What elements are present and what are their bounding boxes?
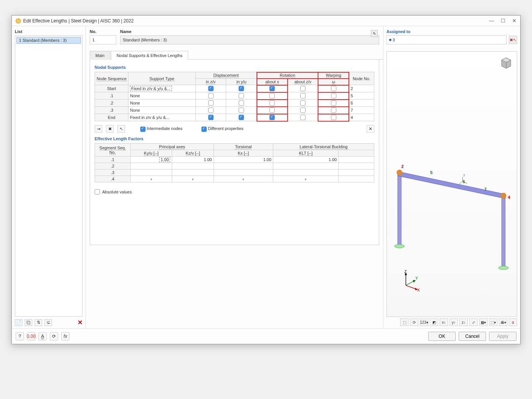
include-icon[interactable]: ⊆ [44,319,52,326]
chk-zv[interactable] [208,86,214,91]
cell-type[interactable]: Fixed in z/v & y/u &... [130,86,171,91]
vt-icon-3[interactable]: 123▾ [420,318,428,326]
delete-icon[interactable]: ✕ [78,319,82,326]
vt-icon-6[interactable]: y↕ [450,318,458,326]
table-row[interactable]: .3 None 7 [95,107,374,114]
chk-about-x[interactable] [269,93,275,98]
cell-kzv[interactable] [172,169,214,176]
cell-kx[interactable] [214,163,273,169]
cell-kx[interactable] [214,169,273,176]
ok-button[interactable]: OK [428,332,456,341]
nodal-supports-table[interactable]: Node Sequence Support Type Displacement … [95,72,374,121]
view-cube-icon[interactable] [499,55,514,70]
chk-absolute-values[interactable] [95,189,100,195]
copy-icon[interactable]: ⿻ [25,319,32,326]
cell-kzv[interactable] [172,163,214,169]
cell-kzv[interactable]: ▾ [192,177,194,181]
chk-about-zv[interactable] [300,86,306,91]
cell-klt[interactable] [273,163,339,169]
cell-kyu[interactable] [130,169,172,176]
chk-zv[interactable] [208,108,214,113]
sort-icon[interactable]: ⇅ [35,319,42,326]
close-button[interactable]: ✕ [512,18,516,24]
cell-klt[interactable] [273,169,339,176]
units-icon[interactable]: 0.00 [27,332,35,340]
cell-type[interactable]: None [128,92,195,100]
cell-klt[interactable]: 1.00 [273,157,339,163]
maximize-button[interactable]: ☐ [501,18,505,24]
assign-icon[interactable]: ⇥ [95,125,102,133]
tab-main[interactable]: Main [90,51,110,60]
vt-icon-4[interactable]: ◩ [430,318,438,326]
chk-intermediate-nodes[interactable] [140,127,146,132]
cell-kyu[interactable]: 1.00 [159,157,170,162]
help-icon[interactable]: ? [16,332,24,340]
chk-about-x[interactable] [269,115,275,120]
chk-warping[interactable] [331,108,336,113]
edit-name-icon[interactable]: ✎ [371,30,378,37]
table-row[interactable]: .2 None 6 [95,100,374,107]
fx-icon[interactable]: fx [61,332,70,340]
vt-icon-10[interactable]: ⬚▾ [489,318,497,326]
cell-type[interactable]: Fixed in z/v & y/u &... [128,114,195,121]
chk-warping[interactable] [331,86,336,91]
vt-icon-7[interactable]: z↕ [459,318,468,326]
cancel-button[interactable]: Cancel [459,332,486,341]
clear-icon[interactable]: ✖ [106,125,114,133]
cell-type[interactable]: None [128,107,195,114]
chk-zv[interactable] [208,93,214,98]
cell-kx[interactable]: ▾ [242,177,244,181]
chk-warping[interactable] [331,93,336,98]
list-tree[interactable]: 1 Standard (Members : 3) [15,35,82,317]
factors-table[interactable]: Segment Seq. No. Principal axes Torsiona… [95,143,374,182]
table-row[interactable]: .1 None 5 [95,92,374,100]
chk-yu[interactable] [239,108,244,113]
chk-zv[interactable] [208,115,214,120]
cell-type[interactable]: None [128,100,195,107]
tab-nodal-supports[interactable]: Nodal Supports & Effective Lengths [111,51,188,60]
cell-kx[interactable]: 1.00 [214,157,273,163]
new-icon[interactable]: 📄 [15,319,22,326]
apply-button[interactable]: Apply [489,332,516,341]
vt-icon-9[interactable]: ▦▾ [479,318,488,326]
assigned-field[interactable]: 3 [386,35,507,44]
table-row[interactable]: .4 ▾ ▾ ▾ ▾ [95,176,374,182]
vt-icon-1[interactable]: ⬚ [400,318,408,326]
chk-about-zv[interactable] [300,108,306,113]
table-row[interactable]: End Fixed in z/v & y/u &... 4 [95,114,374,121]
no-field[interactable]: 1 [90,35,116,44]
vt-icon-12[interactable]: α [509,318,517,326]
name-field[interactable]: Standard (Members : 3) [120,35,379,44]
pick-assigned-icon[interactable]: ✖↖ [509,36,517,44]
vt-icon-5[interactable]: x↕ [440,318,448,326]
chk-about-x[interactable] [269,108,275,113]
refresh-icon[interactable]: ⟳ [50,332,58,340]
table-row[interactable]: .3 [95,169,374,176]
table-row[interactable]: .2 [95,163,374,169]
cell-klt[interactable]: ▾ [305,177,307,181]
chk-yu[interactable] [239,115,244,120]
chk-warping[interactable] [331,100,336,106]
chk-about-zv[interactable] [300,115,306,120]
chk-yu[interactable] [239,100,244,106]
chk-yu[interactable] [239,93,244,98]
close-section-icon[interactable]: ✕ [367,125,374,133]
list-item[interactable]: 1 Standard (Members : 3) [16,37,81,44]
pick-icon[interactable]: ↖ [117,125,125,133]
text-icon[interactable]: A̲ [38,332,47,340]
model-viewer[interactable]: 2 5 6 7 4 z [386,51,517,317]
chk-about-x[interactable] [269,86,275,91]
chk-warping[interactable] [331,115,336,120]
chk-yu[interactable] [239,86,244,91]
cell-kyu[interactable]: ▾ [150,177,152,181]
minimize-button[interactable]: — [489,18,494,24]
vt-icon-11[interactable]: 🖶▾ [499,318,507,326]
chk-about-zv[interactable] [300,100,306,106]
cell-kyu[interactable] [130,163,172,169]
chk-about-zv[interactable] [300,93,306,98]
table-row[interactable]: Start Fixed in z/v & y/u &... 2 [95,85,374,92]
chk-about-x[interactable] [269,100,275,106]
chk-zv[interactable] [208,100,214,106]
table-row[interactable]: .1 1.00 1.00 1.00 1.00 [95,157,374,163]
chk-different-properties[interactable] [201,127,207,132]
